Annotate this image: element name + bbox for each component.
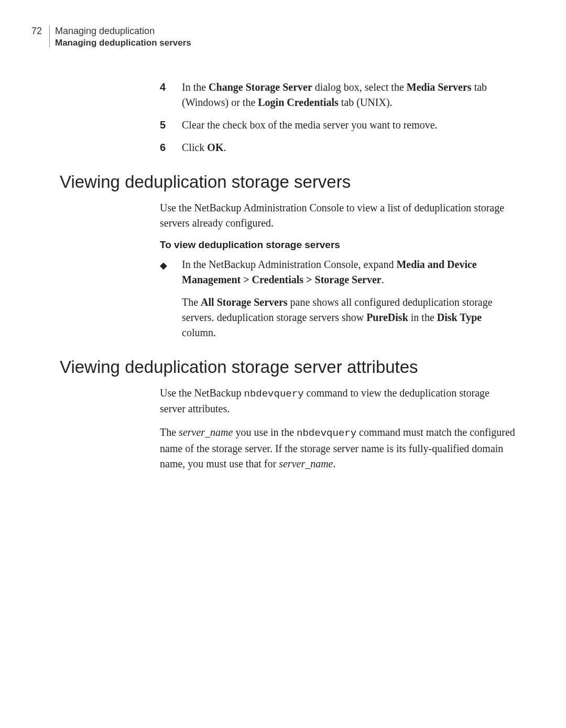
ui-label: All Storage Servers [201,296,288,308]
text: in the [408,312,437,323]
variable-text: server_name [279,458,333,469]
ui-label: Change Storage Server [209,81,312,93]
step-list: 4 In the Change Storage Server dialog bo… [160,80,516,155]
bullet-continuation: The All Storage Servers pane shows all c… [182,295,516,340]
bullet-icon: ◆ [160,257,182,287]
ui-label: OK [207,142,223,153]
step-5: 5 Clear the check box of the media serve… [160,117,516,133]
text: . [223,142,226,153]
text: . [382,274,384,285]
bullet-body: In the NetBackup Administration Console,… [182,257,516,287]
ui-label: Media Servers [407,81,472,93]
bullet-item: ◆ In the NetBackup Administration Consol… [160,257,516,287]
heading-viewing-attributes: Viewing deduplication storage server att… [60,357,516,377]
code-text: nbdevquery [297,427,356,439]
ui-label: Disk Type [437,312,482,323]
section-2-body: Use the NetBackup nbdevquery command to … [160,386,516,472]
text: The [160,426,179,438]
page-container: 72 Managing deduplication Managing dedup… [0,0,566,728]
step-6: 6 Click OK. [160,140,516,155]
step-number: 5 [160,117,182,133]
page-header: 72 Managing deduplication Managing dedup… [31,25,516,48]
procedure-heading: To view deduplication storage servers [160,239,516,251]
header-section: Managing deduplication servers [55,37,191,48]
text: you use in the [233,426,297,438]
ui-label: PureDisk [366,312,408,323]
header-chapter: Managing deduplication [55,25,191,37]
step-body: Clear the check box of the media server … [182,117,516,133]
text: In the NetBackup Administration Console,… [182,259,396,270]
ui-label: Login Credentials [258,97,339,108]
step-number: 4 [160,80,182,110]
text: dialog box, select the [312,81,407,93]
text: . [333,458,336,469]
code-text: nbdevquery [244,388,304,400]
paragraph: Use the NetBackup Administration Console… [160,200,516,231]
step-body: In the Change Storage Server dialog box,… [182,80,516,110]
step-number: 6 [160,140,182,155]
text: The [182,296,201,308]
paragraph: The server_name you use in the nbdevquer… [160,425,516,472]
heading-viewing-servers: Viewing deduplication storage servers [60,172,516,192]
text: column. [182,327,216,338]
text: In the [182,81,209,93]
page-number: 72 [31,25,49,37]
paragraph: Use the NetBackup nbdevquery command to … [160,386,516,417]
section-1-body: Use the NetBackup Administration Console… [160,200,516,340]
text: tab (UNIX). [339,97,393,108]
header-text-block: Managing deduplication Managing deduplic… [55,25,191,48]
header-divider [49,25,50,47]
step-4: 4 In the Change Storage Server dialog bo… [160,80,516,110]
text: Use the NetBackup [160,387,244,399]
text: Click [182,142,207,153]
variable-text: server_name [179,426,233,438]
step-body: Click OK. [182,140,516,155]
